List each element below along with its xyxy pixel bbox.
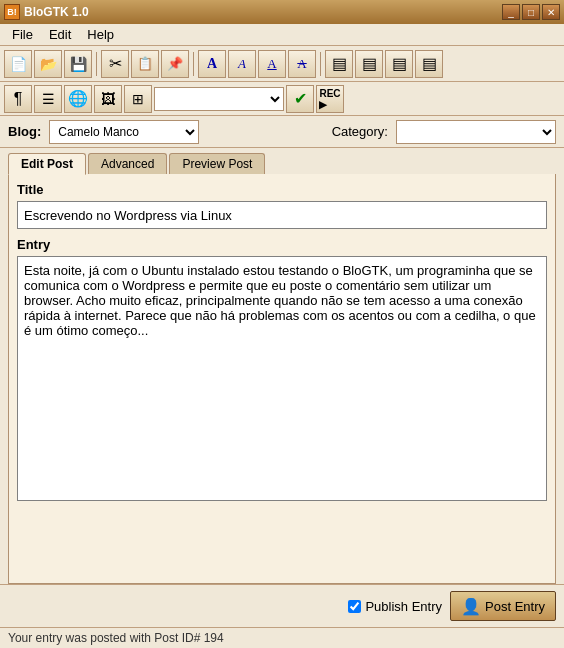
paragraph-button[interactable]: ¶ — [4, 85, 32, 113]
edit-menu[interactable]: Edit — [41, 25, 79, 44]
publish-check: Publish Entry — [348, 599, 442, 614]
blog-select[interactable]: Camelo Manco — [49, 120, 199, 144]
window-title: BloGTK 1.0 — [24, 5, 89, 19]
category-label: Category: — [332, 124, 388, 139]
file-menu[interactable]: File — [4, 25, 41, 44]
tab-content: Title Entry Esta noite, já com o Ubuntu … — [8, 174, 556, 584]
check-button[interactable]: ✔ — [286, 85, 314, 113]
record-button[interactable]: REC▶ — [316, 85, 344, 113]
entry-textarea[interactable]: Esta noite, já com o Ubuntu instalado es… — [17, 256, 547, 501]
tab-bar: Edit Post Advanced Preview Post — [0, 148, 564, 174]
help-menu[interactable]: Help — [79, 25, 122, 44]
align-center-button[interactable]: ▤ — [355, 50, 383, 78]
web-button[interactable]: 🌐 — [64, 85, 92, 113]
bottom-bar: Publish Entry 👤 Post Entry — [0, 584, 564, 627]
blog-row: Blog: Camelo Manco Category: — [0, 116, 564, 148]
minimize-button[interactable]: _ — [502, 4, 520, 20]
status-text: Your entry was posted with Post ID# 194 — [8, 631, 224, 645]
list-button[interactable]: ☰ — [34, 85, 62, 113]
post-icon: 👤 — [461, 597, 481, 616]
align-right-button[interactable]: ▤ — [385, 50, 413, 78]
category-select[interactable] — [396, 120, 556, 144]
new-button[interactable]: 📄 — [4, 50, 32, 78]
tab-edit-post[interactable]: Edit Post — [8, 153, 86, 175]
post-entry-button[interactable]: 👤 Post Entry — [450, 591, 556, 621]
entry-label: Entry — [17, 237, 547, 252]
strikethrough-button[interactable]: A — [288, 50, 316, 78]
sep2 — [193, 52, 194, 76]
font-dropdown[interactable] — [154, 87, 284, 111]
tab-advanced[interactable]: Advanced — [88, 153, 167, 174]
image-button[interactable]: 🖼 — [94, 85, 122, 113]
window-controls: _ □ ✕ — [502, 4, 560, 20]
underline-button[interactable]: A — [258, 50, 286, 78]
app-icon: B! — [4, 4, 20, 20]
bold-button[interactable]: A — [198, 50, 226, 78]
title-label: Title — [17, 182, 547, 197]
publish-label: Publish Entry — [365, 599, 442, 614]
italic-button[interactable]: A — [228, 50, 256, 78]
table-button[interactable]: ⊞ — [124, 85, 152, 113]
align-justify-button[interactable]: ▤ — [415, 50, 443, 78]
open-button[interactable]: 📂 — [34, 50, 62, 78]
maximize-button[interactable]: □ — [522, 4, 540, 20]
tab-preview-post[interactable]: Preview Post — [169, 153, 265, 174]
statusbar: Your entry was posted with Post ID# 194 — [0, 627, 564, 648]
align-left-button[interactable]: ▤ — [325, 50, 353, 78]
save-button[interactable]: 💾 — [64, 50, 92, 78]
menubar: File Edit Help — [0, 24, 564, 46]
title-input[interactable] — [17, 201, 547, 229]
sep3 — [320, 52, 321, 76]
titlebar: B! BloGTK 1.0 _ □ ✕ — [0, 0, 564, 24]
paste-button[interactable]: 📌 — [161, 50, 189, 78]
close-button[interactable]: ✕ — [542, 4, 560, 20]
toolbar-row1: 📄 📂 💾 ✂ 📋 📌 A A A A ▤ ▤ ▤ ▤ — [0, 46, 564, 82]
toolbar-row2: ¶ ☰ 🌐 🖼 ⊞ ✔ REC▶ — [0, 82, 564, 116]
cut-button[interactable]: ✂ — [101, 50, 129, 78]
post-btn-label: Post Entry — [485, 599, 545, 614]
copy-button[interactable]: 📋 — [131, 50, 159, 78]
sep1 — [96, 52, 97, 76]
publish-checkbox[interactable] — [348, 600, 361, 613]
blog-label: Blog: — [8, 124, 41, 139]
